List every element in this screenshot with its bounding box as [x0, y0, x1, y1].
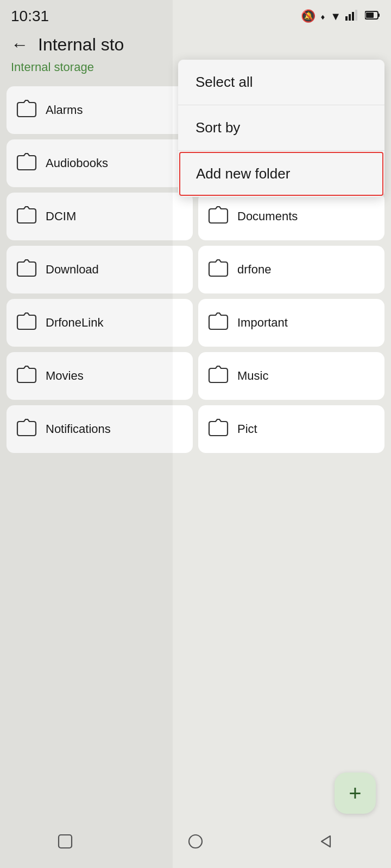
folder-icon — [208, 365, 229, 387]
wifi-icon: ▼ — [330, 10, 341, 23]
svg-rect-1 — [349, 14, 351, 21]
menu-item-sort-by[interactable]: Sort by — [178, 105, 384, 150]
folder-music[interactable]: Music — [198, 352, 384, 400]
folder-icon — [208, 418, 229, 440]
nav-home-icon[interactable] — [186, 832, 205, 856]
svg-marker-9 — [321, 836, 330, 847]
battery-icon — [365, 10, 380, 23]
svg-rect-5 — [378, 14, 380, 17]
status-icons: 🔕 ⬧ ▼ — [301, 9, 380, 23]
bluetooth-icon: ⬧ — [320, 11, 326, 22]
context-menu: Select all Sort by Add new folder — [178, 60, 384, 197]
fab-button[interactable]: + — [335, 773, 376, 814]
folder-important[interactable]: Important — [198, 299, 384, 347]
nav-back-icon[interactable] — [316, 832, 336, 856]
menu-item-select-all[interactable]: Select all — [178, 60, 384, 105]
svg-rect-3 — [355, 10, 357, 21]
signal-icon — [345, 10, 361, 23]
folder-name: drfone — [237, 262, 271, 278]
dropdown-backdrop[interactable] — [0, 0, 173, 868]
folder-name: Pict — [237, 422, 257, 437]
folder-name: Music — [237, 368, 268, 384]
folder-documents[interactable]: Documents — [198, 193, 384, 240]
folder-icon — [208, 206, 229, 227]
folder-icon — [208, 312, 229, 334]
folder-name: Important — [237, 315, 288, 331]
svg-point-8 — [189, 835, 202, 848]
folder-pictures[interactable]: Pict — [198, 405, 384, 453]
svg-rect-6 — [366, 12, 374, 18]
mute-icon: 🔕 — [301, 9, 316, 23]
folder-icon — [208, 259, 229, 280]
svg-rect-0 — [345, 16, 348, 21]
menu-item-add-folder[interactable]: Add new folder — [179, 152, 383, 196]
svg-rect-2 — [352, 12, 354, 21]
divider — [178, 150, 384, 151]
folder-drfone[interactable]: drfone — [198, 246, 384, 293]
folder-name: Documents — [237, 209, 298, 225]
